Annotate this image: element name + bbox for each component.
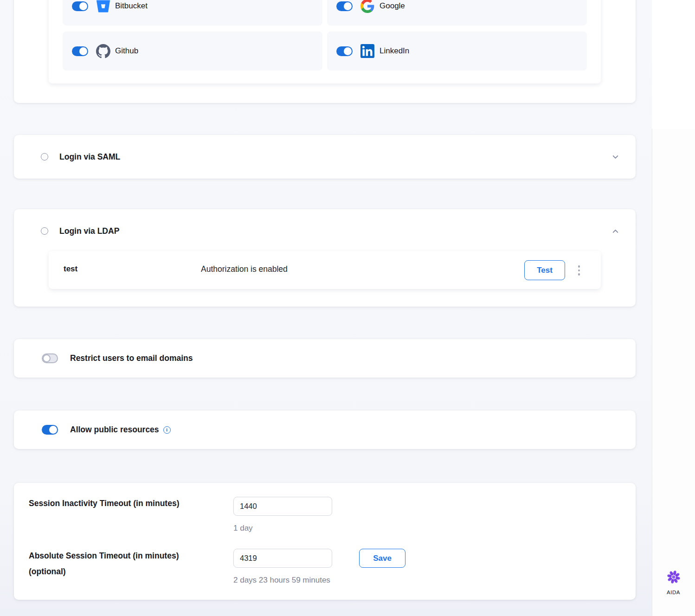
provider-row-google: Google: [327, 0, 587, 26]
save-button[interactable]: Save: [359, 549, 405, 568]
inactivity-timeout-label: Session Inactivity Timeout (in minutes): [29, 499, 179, 508]
ldap-entry-name: test: [64, 264, 77, 274]
github-toggle[interactable]: [72, 46, 88, 56]
public-resources-toggle[interactable]: [42, 425, 58, 435]
ldap-section-header: Login via LDAP: [14, 209, 636, 253]
ldap-entry-status: Authorization is enabled: [201, 264, 288, 274]
linkedin-toggle[interactable]: [336, 46, 353, 56]
bitbucket-icon: [96, 0, 110, 13]
saml-radio[interactable]: [41, 153, 48, 160]
auth-settings-page: Bitbucket Google: [0, 0, 695, 616]
chevron-down-icon[interactable]: [611, 153, 620, 161]
session-timeout-card: Session Inactivity Timeout (in minutes) …: [14, 483, 636, 600]
info-icon[interactable]: i: [163, 426, 171, 434]
provider-row-github: Github: [63, 32, 322, 71]
test-button[interactable]: Test: [524, 260, 565, 280]
public-resources-row: Allow public resources i: [14, 411, 636, 449]
linkedin-icon: [360, 44, 375, 58]
right-sidebar-panel: [652, 129, 695, 616]
restrict-domains-label: Restrict users to email domains: [70, 353, 193, 363]
oauth-providers-card: Bitbucket Google: [14, 0, 636, 103]
main-content: Bitbucket Google: [0, 0, 652, 616]
provider-label: Github: [115, 46, 138, 56]
ldap-radio[interactable]: [41, 227, 48, 235]
public-resources-card: Allow public resources i: [14, 411, 636, 449]
absolute-timeout-label-optional: (optional): [29, 567, 66, 577]
ldap-entry-row: test Authorization is enabled Test: [49, 251, 601, 289]
restrict-domains-toggle[interactable]: [42, 353, 58, 363]
ldap-section-card: Login via LDAP test Authorization is ena…: [14, 209, 636, 307]
github-icon: [96, 44, 110, 58]
google-toggle[interactable]: [336, 1, 353, 11]
provider-label: LinkedIn: [380, 46, 409, 56]
saml-section-card: Login via SAML: [14, 135, 636, 179]
provider-label: Google: [380, 1, 405, 11]
absolute-timeout-label: Absolute Session Timeout (in minutes): [29, 551, 179, 561]
aida-flower-icon: [666, 570, 681, 586]
provider-label: Bitbucket: [115, 1, 148, 11]
restrict-domains-card: Restrict users to email domains: [14, 339, 636, 378]
oauth-providers-panel: Bitbucket Google: [49, 0, 601, 83]
restrict-domains-row: Restrict users to email domains: [14, 339, 636, 378]
kebab-menu-icon[interactable]: [574, 261, 584, 280]
inactivity-timeout-hint: 1 day: [233, 524, 253, 533]
saml-title: Login via SAML: [59, 152, 120, 162]
ldap-title: Login via LDAP: [59, 226, 119, 236]
chevron-up-icon[interactable]: [611, 227, 620, 236]
google-icon: [360, 0, 375, 13]
absolute-timeout-hint: 2 days 23 hours 59 minutes: [233, 576, 330, 585]
provider-row-bitbucket: Bitbucket: [63, 0, 322, 26]
aida-brand-label: AIDA: [667, 590, 680, 595]
provider-row-linkedin: LinkedIn: [327, 32, 587, 71]
aida-widget[interactable]: AIDA: [652, 570, 695, 595]
public-resources-label: Allow public resources: [70, 425, 159, 435]
right-sidebar: AIDA: [652, 0, 695, 616]
inactivity-timeout-input[interactable]: [233, 497, 332, 516]
bitbucket-toggle[interactable]: [72, 1, 88, 11]
saml-section-header: Login via SAML: [14, 135, 636, 179]
absolute-timeout-input[interactable]: [233, 549, 332, 568]
